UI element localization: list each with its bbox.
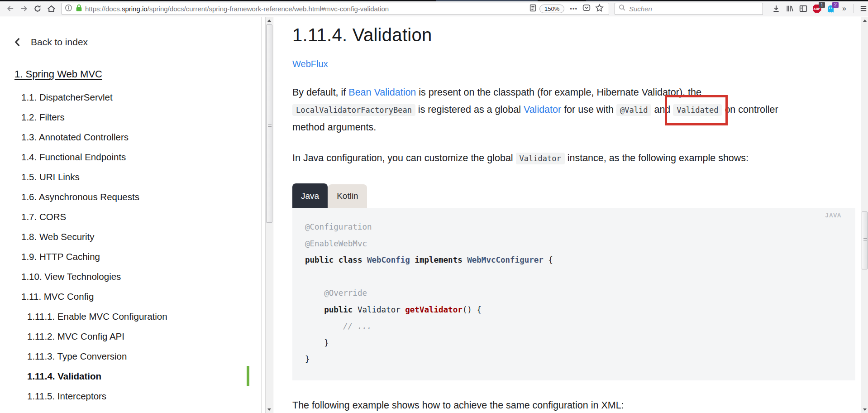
sidebar-item-1-4-functional-endpoints[interactable]: 1.4. Functional Endpoints bbox=[14, 147, 261, 167]
back-to-index-label: Back to index bbox=[31, 37, 88, 48]
adblock-plus-icon[interactable]: ABP 1 bbox=[810, 2, 824, 15]
sidebar-scrollbar-track[interactable] bbox=[265, 17, 273, 413]
reload-button[interactable] bbox=[31, 2, 44, 15]
annotated-code: Validated bbox=[673, 101, 722, 119]
back-button[interactable] bbox=[4, 2, 17, 15]
code-listing: @Configuration@EnableWebMvcpublic class … bbox=[305, 219, 843, 368]
sidebar-scrollbar bbox=[262, 17, 273, 413]
sidebar-item-1-1-dispatcherservlet[interactable]: 1.1. DispatcherServlet bbox=[14, 87, 261, 107]
sidebar-item-1-11-6-content-types[interactable]: 1.11.6. Content Types bbox=[14, 406, 261, 413]
code-token bbox=[305, 305, 324, 314]
text: In Java configuration, you can customize… bbox=[292, 153, 516, 163]
search-input[interactable] bbox=[629, 5, 759, 13]
code-token: public class bbox=[305, 255, 367, 264]
text: By default, if bbox=[292, 87, 348, 98]
back-to-index-link[interactable]: Back to index bbox=[14, 37, 261, 48]
text: is registered as a global bbox=[415, 104, 524, 115]
text: instance, as the following example shows… bbox=[565, 153, 749, 163]
pocket-icon[interactable] bbox=[582, 4, 591, 14]
inline-code: LocalValidatorFactoryBean bbox=[292, 104, 415, 116]
toc-list: 1.1. DispatcherServlet1.2. Filters1.3. A… bbox=[14, 87, 261, 413]
sidebar-item-1-11-4-validation[interactable]: 1.11.4. Validation bbox=[14, 366, 261, 386]
chevron-left-icon bbox=[14, 38, 21, 47]
code-token: } bbox=[305, 338, 329, 347]
toolbar-separator bbox=[854, 4, 854, 13]
text: is present on the classpath (for example… bbox=[416, 87, 701, 98]
code-line: @Override bbox=[305, 285, 843, 302]
sidebar-item-1-3-annotated-controllers[interactable]: 1.3. Annotated Controllers bbox=[14, 127, 261, 147]
code-token: // ... bbox=[343, 322, 372, 331]
code-tabs: Java Kotlin bbox=[292, 183, 855, 208]
sidebar-item-1-11-3-type-conversion[interactable]: 1.11.3. Type Conversion bbox=[14, 346, 261, 366]
sidebar-item-1-11-1-enable-mvc-configuration[interactable]: 1.11.1. Enable MVC Configuration bbox=[14, 307, 261, 327]
sidebar-toggle-icon[interactable] bbox=[796, 2, 810, 15]
zoom-level-badge[interactable]: 150% bbox=[539, 5, 564, 13]
ghostery-icon[interactable]: 2 bbox=[824, 2, 837, 15]
tab-java[interactable]: Java bbox=[292, 183, 328, 208]
inline-link[interactable]: Validator bbox=[524, 104, 561, 115]
paragraph-validation-default: By default, if Bean Validation is presen… bbox=[292, 84, 855, 136]
sidebar-item-1-6-asynchronous-requests[interactable]: 1.6. Asynchronous Requests bbox=[14, 187, 261, 207]
tab-kotlin[interactable]: Kotlin bbox=[328, 184, 367, 208]
code-line: // ... bbox=[305, 318, 843, 335]
site-info-icon[interactable] bbox=[65, 4, 72, 14]
code-token: { bbox=[544, 255, 553, 264]
code-line: @Configuration bbox=[305, 219, 843, 235]
sidebar-item-1-11-5-interceptors[interactable]: 1.11.5. Interceptors bbox=[14, 386, 261, 406]
menu-hamburger-icon[interactable] bbox=[857, 2, 868, 15]
code-line bbox=[305, 269, 843, 285]
sidebar-item-1-11-2-mvc-config-api[interactable]: 1.11.2. MVC Config API bbox=[14, 327, 261, 346]
url-bar[interactable]: https://docs.spring.io/spring/docs/curre… bbox=[62, 3, 609, 15]
home-button[interactable] bbox=[44, 2, 58, 15]
code-token: WebMvcConfigurer bbox=[467, 255, 544, 264]
active-item-indicator bbox=[247, 366, 249, 386]
window-scrollbar[interactable] bbox=[861, 17, 868, 413]
forward-button[interactable] bbox=[17, 2, 31, 15]
code-token: } bbox=[305, 355, 310, 364]
url-text: https://docs.spring.io/spring/docs/curre… bbox=[85, 5, 529, 13]
library-icon[interactable] bbox=[783, 2, 796, 15]
overflow-chevrons[interactable]: » bbox=[837, 2, 851, 15]
reader-mode-icon[interactable] bbox=[529, 4, 537, 14]
scroll-up-arrow[interactable] bbox=[266, 17, 273, 24]
scroll-down-arrow[interactable] bbox=[861, 406, 868, 413]
doc-content: 1.11.4. Validation WebFlux By default, i… bbox=[273, 17, 861, 413]
sidebar-scrollbar-thumb[interactable] bbox=[266, 24, 272, 223]
sidebar-item-1-7-cors[interactable]: 1.7. CORS bbox=[14, 207, 261, 227]
scroll-up-arrow[interactable] bbox=[861, 17, 868, 24]
window-scrollbar-thumb[interactable] bbox=[862, 211, 868, 269]
ghostery-badge: 2 bbox=[832, 2, 839, 8]
code-token: Validator bbox=[353, 305, 405, 314]
inline-code: @Valid bbox=[616, 104, 651, 116]
page-actions-icon[interactable]: ••• bbox=[570, 5, 577, 12]
sidebar-item-1-8-web-security[interactable]: 1.8. Web Security bbox=[14, 227, 261, 247]
code-line: public class WebConfig implements WebMvc… bbox=[305, 252, 843, 269]
inline-code: Validated bbox=[673, 104, 722, 116]
code-line: @EnableWebMvc bbox=[305, 235, 843, 252]
sidebar-item-1-11-mvc-config[interactable]: 1.11. MVC Config bbox=[14, 287, 261, 307]
webflux-link[interactable]: WebFlux bbox=[292, 59, 328, 69]
lock-icon[interactable] bbox=[76, 4, 82, 14]
paragraph-java-config: In Java configuration, you can customize… bbox=[292, 149, 855, 167]
code-line: } bbox=[305, 335, 843, 351]
inline-link[interactable]: Bean Validation bbox=[348, 87, 416, 98]
sidebar-item-1-5-uri-links[interactable]: 1.5. URI Links bbox=[14, 167, 261, 187]
search-icon bbox=[619, 4, 626, 13]
scroll-down-arrow[interactable] bbox=[266, 406, 273, 413]
code-token bbox=[410, 255, 415, 264]
page-title: 1.11.4. Validation bbox=[292, 25, 855, 45]
toc-sidebar: Back to index 1. Spring Web MVC 1.1. Dis… bbox=[0, 17, 262, 413]
code-token: @Override bbox=[305, 288, 367, 298]
text: method arguments. bbox=[292, 122, 376, 133]
sidebar-item-1-10-view-technologies[interactable]: 1.10. View Technologies bbox=[14, 267, 261, 287]
download-icon[interactable] bbox=[769, 2, 783, 15]
code-token bbox=[463, 255, 467, 264]
code-token: public bbox=[324, 305, 353, 314]
bookmark-star-icon[interactable] bbox=[595, 4, 604, 14]
code-block: JAVA @Configuration@EnableWebMvcpublic c… bbox=[292, 208, 855, 380]
sidebar-item-1-9-http-caching[interactable]: 1.9. HTTP Caching bbox=[14, 247, 261, 267]
code-token: implements bbox=[415, 255, 462, 264]
search-box[interactable] bbox=[615, 3, 763, 15]
sidebar-item-1-2-filters[interactable]: 1.2. Filters bbox=[14, 107, 261, 127]
sidebar-item-spring-web-mvc[interactable]: 1. Spring Web MVC bbox=[14, 68, 102, 80]
